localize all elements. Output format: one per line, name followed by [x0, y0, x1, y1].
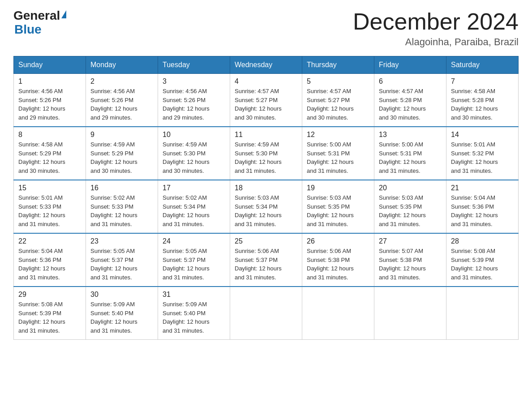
calendar-week-row: 8 Sunrise: 4:58 AMSunset: 5:29 PMDayligh… [14, 127, 519, 180]
day-number: 2 [90, 77, 153, 86]
day-info: Sunrise: 5:03 AMSunset: 5:35 PMDaylight:… [379, 194, 426, 227]
day-info: Sunrise: 5:09 AMSunset: 5:40 PMDaylight:… [163, 301, 210, 334]
logo-triangle-icon [61, 10, 66, 18]
day-info: Sunrise: 5:03 AMSunset: 5:35 PMDaylight:… [307, 194, 354, 227]
day-number: 22 [18, 237, 81, 245]
calendar-cell: 23 Sunrise: 5:05 AMSunset: 5:37 PMDaylig… [86, 233, 158, 287]
calendar-cell: 10 Sunrise: 4:59 AMSunset: 5:30 PMDaylig… [158, 127, 230, 180]
calendar-cell [302, 287, 374, 340]
day-number: 3 [163, 77, 225, 86]
day-info: Sunrise: 4:56 AMSunset: 5:26 PMDaylight:… [163, 88, 210, 121]
day-number: 31 [163, 291, 225, 299]
calendar-cell: 15 Sunrise: 5:01 AMSunset: 5:33 PMDaylig… [14, 180, 86, 233]
calendar-cell: 27 Sunrise: 5:07 AMSunset: 5:38 PMDaylig… [374, 233, 446, 287]
day-info: Sunrise: 4:58 AMSunset: 5:28 PMDaylight:… [451, 88, 498, 121]
title-section: December 2024 Alagoinha, Paraiba, Brazil [353, 9, 519, 48]
day-info: Sunrise: 4:56 AMSunset: 5:26 PMDaylight:… [18, 88, 65, 121]
day-info: Sunrise: 4:59 AMSunset: 5:29 PMDaylight:… [90, 141, 137, 174]
weekday-header-tuesday: Tuesday [158, 56, 230, 74]
day-info: Sunrise: 5:05 AMSunset: 5:37 PMDaylight:… [90, 248, 137, 281]
day-number: 7 [451, 77, 514, 86]
day-info: Sunrise: 5:01 AMSunset: 5:33 PMDaylight:… [18, 194, 65, 227]
day-number: 20 [379, 184, 442, 192]
day-number: 10 [163, 131, 225, 139]
calendar-table: SundayMondayTuesdayWednesdayThursdayFrid… [13, 56, 519, 340]
day-number: 9 [90, 131, 153, 139]
day-number: 30 [90, 291, 153, 299]
day-info: Sunrise: 4:58 AMSunset: 5:29 PMDaylight:… [18, 141, 65, 174]
day-number: 11 [235, 131, 297, 139]
day-number: 21 [451, 184, 514, 192]
calendar-cell: 24 Sunrise: 5:05 AMSunset: 5:37 PMDaylig… [158, 233, 230, 287]
calendar-cell: 20 Sunrise: 5:03 AMSunset: 5:35 PMDaylig… [374, 180, 446, 233]
calendar-cell: 5 Sunrise: 4:57 AMSunset: 5:27 PMDayligh… [302, 74, 374, 127]
weekday-header-saturday: Saturday [446, 56, 519, 74]
day-info: Sunrise: 5:02 AMSunset: 5:33 PMDaylight:… [90, 194, 137, 227]
calendar-cell: 26 Sunrise: 5:06 AMSunset: 5:38 PMDaylig… [302, 233, 374, 287]
day-number: 13 [379, 131, 442, 139]
day-number: 25 [235, 237, 297, 245]
logo: General Blue [13, 9, 66, 37]
weekday-header-friday: Friday [374, 56, 446, 74]
calendar-cell: 28 Sunrise: 5:08 AMSunset: 5:39 PMDaylig… [446, 233, 519, 287]
day-info: Sunrise: 5:04 AMSunset: 5:36 PMDaylight:… [18, 248, 65, 281]
calendar-week-row: 1 Sunrise: 4:56 AMSunset: 5:26 PMDayligh… [14, 74, 519, 127]
calendar-cell: 9 Sunrise: 4:59 AMSunset: 5:29 PMDayligh… [86, 127, 158, 180]
day-number: 19 [307, 184, 369, 192]
calendar-cell: 21 Sunrise: 5:04 AMSunset: 5:36 PMDaylig… [446, 180, 519, 233]
day-number: 12 [307, 131, 369, 139]
calendar-cell: 11 Sunrise: 4:59 AMSunset: 5:30 PMDaylig… [230, 127, 302, 180]
calendar-cell: 7 Sunrise: 4:58 AMSunset: 5:28 PMDayligh… [446, 74, 519, 127]
day-info: Sunrise: 5:03 AMSunset: 5:34 PMDaylight:… [235, 194, 282, 227]
location-title: Alagoinha, Paraiba, Brazil [353, 36, 519, 48]
day-number: 17 [163, 184, 225, 192]
calendar-cell: 25 Sunrise: 5:06 AMSunset: 5:37 PMDaylig… [230, 233, 302, 287]
weekday-header-wednesday: Wednesday [230, 56, 302, 74]
day-info: Sunrise: 4:57 AMSunset: 5:27 PMDaylight:… [307, 88, 354, 121]
weekday-header-row: SundayMondayTuesdayWednesdayThursdayFrid… [14, 56, 519, 74]
day-number: 6 [379, 77, 442, 86]
day-info: Sunrise: 5:02 AMSunset: 5:34 PMDaylight:… [163, 194, 210, 227]
calendar-cell: 31 Sunrise: 5:09 AMSunset: 5:40 PMDaylig… [158, 287, 230, 340]
weekday-header-sunday: Sunday [14, 56, 86, 74]
logo-blue-text: Blue [13, 23, 66, 37]
calendar-cell: 30 Sunrise: 5:09 AMSunset: 5:40 PMDaylig… [86, 287, 158, 340]
weekday-header-monday: Monday [86, 56, 158, 74]
day-info: Sunrise: 5:08 AMSunset: 5:39 PMDaylight:… [451, 248, 498, 281]
day-info: Sunrise: 5:01 AMSunset: 5:32 PMDaylight:… [451, 141, 498, 174]
calendar-cell: 16 Sunrise: 5:02 AMSunset: 5:33 PMDaylig… [86, 180, 158, 233]
day-info: Sunrise: 5:00 AMSunset: 5:31 PMDaylight:… [379, 141, 426, 174]
day-number: 14 [451, 131, 514, 139]
day-number: 26 [307, 237, 369, 245]
calendar-cell: 29 Sunrise: 5:08 AMSunset: 5:39 PMDaylig… [14, 287, 86, 340]
day-number: 24 [163, 237, 225, 245]
day-info: Sunrise: 4:59 AMSunset: 5:30 PMDaylight:… [163, 141, 210, 174]
calendar-cell: 3 Sunrise: 4:56 AMSunset: 5:26 PMDayligh… [158, 74, 230, 127]
day-number: 28 [451, 237, 514, 245]
month-title: December 2024 [353, 9, 519, 34]
day-number: 16 [90, 184, 153, 192]
calendar-cell [446, 287, 519, 340]
day-info: Sunrise: 4:57 AMSunset: 5:28 PMDaylight:… [379, 88, 426, 121]
logo-general-text: General [13, 9, 60, 23]
day-number: 8 [18, 131, 81, 139]
day-info: Sunrise: 5:06 AMSunset: 5:37 PMDaylight:… [235, 248, 282, 281]
calendar-cell: 8 Sunrise: 4:58 AMSunset: 5:29 PMDayligh… [14, 127, 86, 180]
day-info: Sunrise: 4:57 AMSunset: 5:27 PMDaylight:… [235, 88, 282, 121]
page-header: General Blue December 2024 Alagoinha, Pa… [13, 9, 519, 48]
calendar-cell: 4 Sunrise: 4:57 AMSunset: 5:27 PMDayligh… [230, 74, 302, 127]
day-number: 23 [90, 237, 153, 245]
weekday-header-thursday: Thursday [302, 56, 374, 74]
calendar-week-row: 22 Sunrise: 5:04 AMSunset: 5:36 PMDaylig… [14, 233, 519, 287]
calendar-cell: 12 Sunrise: 5:00 AMSunset: 5:31 PMDaylig… [302, 127, 374, 180]
day-info: Sunrise: 4:59 AMSunset: 5:30 PMDaylight:… [235, 141, 282, 174]
day-info: Sunrise: 5:04 AMSunset: 5:36 PMDaylight:… [451, 194, 498, 227]
day-info: Sunrise: 5:09 AMSunset: 5:40 PMDaylight:… [90, 301, 137, 334]
calendar-week-row: 15 Sunrise: 5:01 AMSunset: 5:33 PMDaylig… [14, 180, 519, 233]
day-info: Sunrise: 5:08 AMSunset: 5:39 PMDaylight:… [18, 301, 65, 334]
calendar-cell: 13 Sunrise: 5:00 AMSunset: 5:31 PMDaylig… [374, 127, 446, 180]
day-info: Sunrise: 5:05 AMSunset: 5:37 PMDaylight:… [163, 248, 210, 281]
day-info: Sunrise: 5:06 AMSunset: 5:38 PMDaylight:… [307, 248, 354, 281]
day-number: 15 [18, 184, 81, 192]
calendar-cell [374, 287, 446, 340]
